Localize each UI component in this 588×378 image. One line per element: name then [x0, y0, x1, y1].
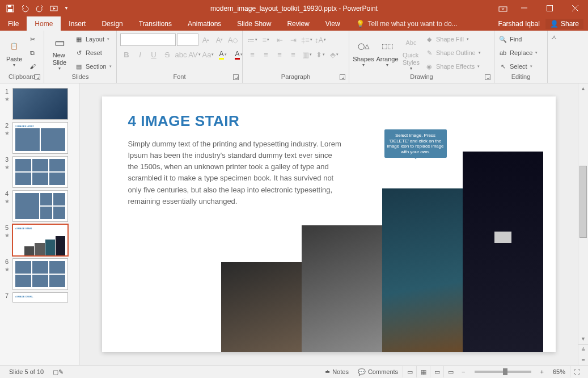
qat-dropdown[interactable]: ▼ [62, 2, 70, 15]
italic-button[interactable]: I [134, 48, 146, 61]
columns-button[interactable]: ▥▾ [301, 48, 313, 61]
highlight-button[interactable]: A▾ [215, 48, 230, 61]
copy-button[interactable]: ⧉ [28, 47, 37, 58]
slide-sorter-button[interactable]: ▦ [416, 366, 430, 377]
align-center-button[interactable]: ≡ [260, 48, 272, 61]
underline-button[interactable]: U [147, 48, 160, 61]
slide-thumbnail-7[interactable]: 4 IMAGE OVERL [12, 292, 68, 303]
tab-review[interactable]: Review [279, 16, 317, 31]
new-slide-button[interactable]: ▭ New Slide▾ [46, 32, 73, 72]
ribbon-options-button[interactable] [494, 0, 511, 16]
zoom-in-button[interactable]: + [536, 368, 548, 375]
shape-effects-button[interactable]: ◉Shape Effects▾ [425, 61, 481, 72]
clear-formatting-button[interactable]: A◇ [227, 33, 239, 46]
change-case-button[interactable]: Aa▾ [202, 48, 214, 61]
increase-indent-button[interactable]: ⇥ [287, 33, 299, 46]
paragraph-dialog-launcher[interactable] [340, 74, 345, 80]
align-text-button[interactable]: ⬍▾ [314, 48, 327, 61]
save-button[interactable] [3, 2, 17, 15]
line-spacing-button[interactable]: ‡≡▾ [301, 33, 313, 46]
zoom-slider[interactable] [475, 371, 531, 373]
stair-image-4[interactable] [463, 152, 543, 352]
find-button[interactable]: 🔍Find [498, 33, 538, 45]
collapse-ribbon-button[interactable]: ㅅ [548, 31, 560, 83]
smartart-button[interactable]: ⬘▾ [328, 48, 340, 61]
zoom-level[interactable]: 65% [548, 368, 570, 375]
slideshow-view-button[interactable]: ▭ [443, 366, 457, 377]
drawing-dialog-launcher[interactable] [485, 74, 490, 80]
font-family-select[interactable] [120, 33, 176, 46]
shadow-button[interactable]: abc [175, 48, 187, 61]
slide-counter[interactable]: Slide 5 of 10 [5, 368, 48, 375]
zoom-out-button[interactable]: − [457, 368, 469, 375]
stair-image-2[interactable] [302, 225, 382, 352]
tab-slideshow[interactable]: Slide Show [229, 16, 279, 31]
bullets-button[interactable]: ≔▾ [246, 33, 259, 46]
maximize-button[interactable] [537, 0, 562, 16]
comments-button[interactable]: 💬Comments [353, 368, 403, 376]
scroll-thumb[interactable] [579, 166, 587, 238]
cut-button[interactable]: ✂ [28, 33, 37, 45]
font-dialog-launcher[interactable] [233, 74, 239, 80]
bold-button[interactable]: B [120, 48, 133, 61]
close-button[interactable] [562, 0, 588, 16]
character-spacing-button[interactable]: AV▾ [188, 48, 201, 61]
slide-editor-area[interactable]: 4 IMAGE STAIR Simply dummy text of the p… [79, 83, 578, 365]
tab-insert[interactable]: Insert [61, 16, 94, 31]
tab-transitions[interactable]: Transitions [131, 16, 180, 31]
slide-thumbnail-5[interactable]: 4 IMAGE STAIR [12, 224, 68, 256]
spellcheck-indicator[interactable]: ▢✎ [48, 368, 68, 376]
increase-font-button[interactable]: A▴ [200, 33, 212, 46]
arrange-button[interactable]: ⬚⬚ Arrange▾ [375, 32, 399, 72]
tab-file[interactable]: File [0, 16, 27, 31]
vertical-scrollbar[interactable]: ▲ ▼ ≜ ≖ [578, 83, 588, 365]
slide-canvas[interactable]: 4 IMAGE STAIR Simply dummy text of the p… [102, 96, 556, 352]
shape-fill-button[interactable]: ◆Shape Fill▾ [425, 33, 481, 45]
numbering-button[interactable]: ≡▾ [260, 33, 272, 46]
text-direction-button[interactable]: ↕A▾ [314, 33, 327, 46]
tab-design[interactable]: Design [94, 16, 130, 31]
layout-button[interactable]: ▦Layout▾ [74, 33, 112, 45]
share-button[interactable]: 👤 Share [545, 19, 583, 29]
scroll-down-button[interactable]: ▼ [578, 334, 588, 344]
slide-thumbnail-1[interactable] [12, 88, 68, 120]
prev-slide-button[interactable]: ≜ [578, 345, 588, 355]
slide-thumbnail-6[interactable] [12, 258, 68, 290]
fit-to-window-button[interactable]: ⛶ [570, 366, 583, 377]
user-name[interactable]: Farshad Iqbal [498, 20, 540, 28]
format-painter-button[interactable]: 🖌 [28, 61, 37, 72]
strikethrough-button[interactable]: S [161, 48, 174, 61]
decrease-font-button[interactable]: A▾ [213, 33, 226, 46]
next-slide-button[interactable]: ≖ [578, 355, 588, 365]
stair-image-3[interactable] [382, 188, 463, 352]
font-size-select[interactable] [177, 33, 198, 46]
slide-thumbnail-panel[interactable]: 1★ 2★2 IMAGES HORIZ 3★ 4★ 5★4 IMAGE STAI… [0, 83, 79, 365]
section-button[interactable]: ▤Section▾ [74, 61, 112, 72]
start-from-beginning-button[interactable] [48, 2, 61, 15]
justify-button[interactable]: ≡ [287, 48, 299, 61]
slide-thumbnail-4[interactable] [12, 190, 68, 222]
slide-thumbnail-3[interactable] [12, 156, 68, 188]
redo-button[interactable] [33, 2, 46, 15]
scroll-up-button[interactable]: ▲ [578, 83, 588, 94]
tell-me-input[interactable]: 💡 Tell me what you want to do... [348, 16, 458, 31]
clipboard-dialog-launcher[interactable] [35, 74, 40, 80]
replace-button[interactable]: abReplace▾ [498, 47, 538, 58]
quick-styles-button[interactable]: Abc Quick Styles▾ [399, 32, 423, 72]
reading-view-button[interactable]: ▭ [430, 366, 443, 377]
minimize-button[interactable] [511, 0, 537, 16]
tab-view[interactable]: View [318, 16, 348, 31]
normal-view-button[interactable]: ▭ [403, 366, 416, 377]
reset-button[interactable]: ↺Reset [74, 47, 112, 58]
tab-animations[interactable]: Animations [180, 16, 229, 31]
select-button[interactable]: ↖Select▾ [498, 61, 538, 72]
tab-home[interactable]: Home [27, 16, 61, 31]
paste-button[interactable]: 📋 Paste▾ [2, 32, 26, 72]
slide-title[interactable]: 4 IMAGE STAIR [128, 112, 240, 130]
align-right-button[interactable]: ≡ [273, 48, 286, 61]
slide-thumbnail-2[interactable]: 2 IMAGES HORIZ [12, 122, 68, 154]
notes-button[interactable]: ≐Notes [320, 368, 353, 376]
stair-image-1[interactable] [221, 262, 302, 352]
undo-button[interactable] [18, 2, 32, 15]
align-left-button[interactable]: ≡ [246, 48, 259, 61]
